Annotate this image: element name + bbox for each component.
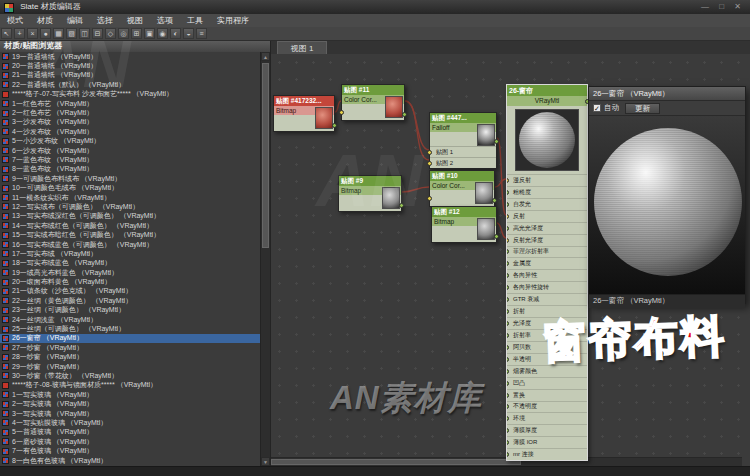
material-list-item[interactable]: 22一普通墙纸（默认） （VRayMtl） xyxy=(0,80,261,89)
delete-node-icon[interactable]: × xyxy=(27,28,38,39)
material-list-item[interactable]: 14一写实布绒红色（可调颜色） （VRayMtl） xyxy=(0,221,261,230)
material-list-item[interactable]: 8一白色有色玻璃 （VRayMtl） xyxy=(0,456,261,465)
material-list[interactable]: 19一普通墙纸 （VRayMtl）20一普通墙纸 （VRayMtl）21一普通墙… xyxy=(0,52,261,466)
input-socket[interactable] xyxy=(507,428,509,433)
show-background-icon[interactable]: ▦ xyxy=(53,28,64,39)
hide-unused-slots-icon[interactable]: ⊟ xyxy=(92,28,103,39)
input-socket[interactable] xyxy=(507,273,509,278)
node-color-correction-11[interactable]: 贴图 #11 Color Cor... xyxy=(341,84,405,121)
material-list-item[interactable]: 13一写实布绒深红色（可调颜色） （VRayMtl） xyxy=(0,212,261,221)
input-socket[interactable] xyxy=(507,452,509,457)
input-socket[interactable] xyxy=(507,261,509,266)
material-list-item[interactable]: 19一普通墙纸 （VRayMtl） xyxy=(0,52,261,61)
input-socket[interactable] xyxy=(507,369,509,374)
output-socket[interactable] xyxy=(494,139,499,144)
input-socket[interactable] xyxy=(507,440,509,445)
pick-material-icon[interactable]: ◉ xyxy=(157,28,168,39)
material-list-item[interactable]: 5一普通玻璃 （VRayMtl） xyxy=(0,428,261,437)
material-list-item[interactable]: 7一有色玻璃 （VRayMtl） xyxy=(0,446,261,455)
material-list-item[interactable]: 18一写实布绒蓝色 （VRayMtl） xyxy=(0,259,261,268)
material-list-item[interactable]: *****格子-08-玻璃与镜面材质***** （VRayMtl） xyxy=(0,381,261,390)
material-list-item[interactable]: 29一纱窗 （VRayMtl） xyxy=(0,362,261,371)
input-socket[interactable] xyxy=(339,110,344,115)
input-socket[interactable] xyxy=(507,202,509,207)
input-socket[interactable] xyxy=(507,381,509,386)
input-socket[interactable] xyxy=(507,321,509,326)
material-list-item[interactable]: *****格子-07-写实布料 沙发布面艺***** （VRayMtl） xyxy=(0,90,261,99)
maximize-button[interactable]: □ xyxy=(719,2,728,11)
show-maps-icon[interactable]: ▨ xyxy=(66,28,77,39)
input-socket[interactable] xyxy=(507,333,509,338)
input-socket[interactable] xyxy=(427,196,432,201)
material-list-item[interactable]: 1一红色布艺 （VRayMtl） xyxy=(0,99,261,108)
material-list-item[interactable]: 8一蓝色布纹 （VRayMtl） xyxy=(0,165,261,174)
assign-to-selection-icon[interactable]: ◐ xyxy=(170,28,181,39)
minimize-button[interactable]: — xyxy=(701,2,713,11)
menu-item-7[interactable]: 实用程序 xyxy=(210,14,256,27)
material-list-item[interactable]: 6一磨砂玻璃 （VRayMtl） xyxy=(0,437,261,446)
node-vraymtl-curtain[interactable]: 26-窗帘 VRayMtl 漫反射粗糙度自发光反射高光光泽度反射光泽度菲涅尔折射… xyxy=(506,84,588,461)
zoom-region-icon[interactable]: ▣ xyxy=(144,28,155,39)
material-list-item[interactable]: 16一写实布绒蓝色（可调颜色） （VRayMtl） xyxy=(0,240,261,249)
node-color-correction-10[interactable]: 贴图 #10 Color Cor... xyxy=(429,170,495,207)
menu-item-5[interactable]: 选项 xyxy=(150,14,180,27)
menu-item-2[interactable]: 编辑 xyxy=(60,14,90,27)
node-bitmap-red[interactable]: 贴图 #417232... Bitmap xyxy=(273,95,335,132)
input-socket[interactable] xyxy=(507,249,509,254)
menu-item-3[interactable]: 选择 xyxy=(90,14,120,27)
menu-item-1[interactable]: 材质 xyxy=(30,14,60,27)
window-controls[interactable]: — □ ✕ xyxy=(701,0,745,14)
input-socket[interactable] xyxy=(507,309,509,314)
material-list-item[interactable]: 2一写实玻璃 （VRayMtl） xyxy=(0,399,261,408)
node-falloff[interactable]: 贴图 #447... Falloff 贴图 1贴图 2 xyxy=(429,112,497,169)
input-socket[interactable] xyxy=(507,345,509,350)
node-bitmap-12[interactable]: 贴图 #12 Bitmap xyxy=(431,206,497,243)
material-list-item[interactable]: 4一写实贴膜玻璃 （VRayMtl） xyxy=(0,418,261,427)
scroll-down-arrow-icon[interactable]: ▼ xyxy=(261,457,270,466)
material-list-item[interactable]: 27一纱窗 （VRayMtl） xyxy=(0,343,261,352)
material-list-item[interactable]: 6一沙发布纹 （VRayMtl） xyxy=(0,146,261,155)
material-list-item[interactable]: 30一纱窗（带花纹） （VRayMtl） xyxy=(0,371,261,380)
menu-item-4[interactable]: 视图 xyxy=(120,14,150,27)
material-list-item[interactable]: 23一丝绸（可调颜色） （VRayMtl） xyxy=(0,306,261,315)
input-socket[interactable] xyxy=(507,178,509,183)
input-socket[interactable] xyxy=(507,238,509,243)
material-list-item[interactable]: 28一纱窗 （VRayMtl） xyxy=(0,353,261,362)
material-list-item[interactable]: 20一缎面布料黄色 （VRayMtl） xyxy=(0,277,261,286)
pan-view-icon[interactable]: ◇ xyxy=(105,28,116,39)
input-socket[interactable] xyxy=(507,285,509,290)
auto-checkbox[interactable]: ✓ xyxy=(593,104,601,112)
material-list-item[interactable]: 3一写实玻璃 （VRayMtl） xyxy=(0,409,261,418)
material-list-item[interactable]: 7一蓝色布纹 （VRayMtl） xyxy=(0,155,261,164)
material-list-item[interactable]: 21一普通墙纸 （VRayMtl） xyxy=(0,71,261,80)
material-list-item[interactable]: 25一丝绸（可调颜色） （VRayMtl） xyxy=(0,324,261,333)
input-socket[interactable] xyxy=(507,297,509,302)
input-socket[interactable] xyxy=(427,150,432,155)
scroll-up-arrow-icon[interactable]: ▲ xyxy=(261,52,270,61)
input-socket[interactable] xyxy=(507,393,509,398)
zoom-tool-icon[interactable]: ◎ xyxy=(118,28,129,39)
output-socket[interactable] xyxy=(402,112,407,117)
add-node-icon[interactable]: + xyxy=(14,28,25,39)
preview-title-bar[interactable]: 26一窗帘 （VRayMtl） xyxy=(589,87,745,101)
output-socket[interactable] xyxy=(494,234,499,239)
options-menu-icon[interactable]: ≡ xyxy=(196,28,207,39)
output-socket[interactable] xyxy=(399,203,404,208)
material-list-item[interactable]: 2一红色布艺 （VRayMtl） xyxy=(0,108,261,117)
menu-item-6[interactable]: 工具 xyxy=(180,14,210,27)
input-socket[interactable] xyxy=(507,226,509,231)
title-bar[interactable]: Slate 材质编辑器 — □ ✕ xyxy=(0,0,750,15)
layout-children-icon[interactable]: ◫ xyxy=(79,28,90,39)
material-list-item[interactable]: 11一横条纹实织布 （VRayMtl） xyxy=(0,193,261,202)
material-list-item[interactable]: 19一绒高光布料蓝色 （VRayMtl） xyxy=(0,268,261,277)
material-ball-icon[interactable]: ● xyxy=(40,28,51,39)
material-list-item[interactable]: 10一可调颜色毛绒布 （VRayMtl） xyxy=(0,183,261,192)
output-socket[interactable] xyxy=(332,123,337,128)
show-shaded-icon[interactable]: ◒ xyxy=(183,28,194,39)
material-list-item[interactable]: 9一可调颜色布料绒布 （VRayMtl） xyxy=(0,174,261,183)
update-button[interactable]: 更新 xyxy=(625,103,660,114)
input-socket[interactable] xyxy=(507,190,509,195)
material-list-item[interactable]: 22一丝绸（黄色调颜色） （VRayMtl） xyxy=(0,296,261,305)
output-socket[interactable] xyxy=(492,198,497,203)
select-icon[interactable]: ↖ xyxy=(1,28,12,39)
